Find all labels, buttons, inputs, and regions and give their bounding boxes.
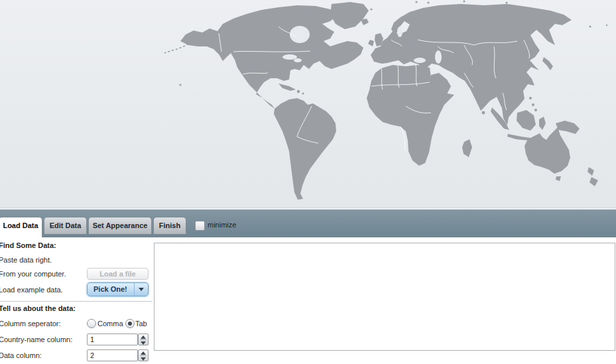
island-greenland [330,2,369,29]
data-column-input[interactable] [87,349,138,361]
tab-radio[interactable] [125,319,135,328]
country-column-spinner[interactable] [138,334,149,345]
load-a-file-button[interactable]: Load a file [87,268,149,280]
section-divider [0,301,153,302]
spinner-down-icon[interactable] [141,341,146,345]
chevron-down-icon[interactable] [134,283,148,296]
spinner-down-icon[interactable] [141,357,146,361]
island-tasmania [556,176,561,181]
data-column-spinner[interactable] [138,349,149,361]
paste-data-textarea[interactable] [154,243,615,351]
app-window: Load Data Edit Data Set Appearance Finis… [0,0,616,364]
island-madagascar [462,139,472,157]
island-borneo [517,110,536,131]
comma-radio[interactable] [87,319,96,328]
data-column-label: Data column: [0,351,42,359]
minimize-checkbox[interactable] [195,221,205,231]
tab-finish[interactable]: Finish [153,217,186,234]
country-name-column-input[interactable] [87,334,138,345]
island-new-guinea [556,121,580,134]
minimize-label: minimize [208,221,236,229]
from-computer-label: From your computer. [0,270,66,278]
country-name-column-label: Country-name column: [0,335,72,343]
continent-south-america [274,98,336,200]
comma-radio-label: Comma [97,320,123,328]
island-new-zealand-south [589,177,598,186]
world-map [0,0,616,208]
tab-set-appearance[interactable]: Set Appearance [88,217,152,234]
tab-edit-data[interactable]: Edit Data [44,217,87,234]
island-cuba [278,84,296,91]
island-ireland [368,40,374,46]
tell-us-heading: Tell us about the data: [0,304,76,312]
continent-australia [524,127,570,174]
island-java [507,134,530,141]
pick-one-label: Pick One! [88,283,134,296]
find-some-data-heading: Find Some Data: [0,241,56,249]
pick-one-dropdown[interactable]: Pick One! [87,282,149,296]
spinner-up-icon[interactable] [141,335,146,339]
island-japan [542,57,553,70]
tab-radio-label: Tab [135,320,147,328]
map-canvas[interactable] [0,0,616,208]
load-example-label: Load example data. [0,286,63,294]
tab-load-data[interactable]: Load Data [0,217,42,237]
column-separator-label: Columm seperator: [0,320,61,328]
island-sulawesi [539,117,546,130]
island-new-zealand-north [587,167,594,176]
paste-data-label: Paste data right. [0,256,52,264]
spinner-up-icon[interactable] [141,351,146,355]
